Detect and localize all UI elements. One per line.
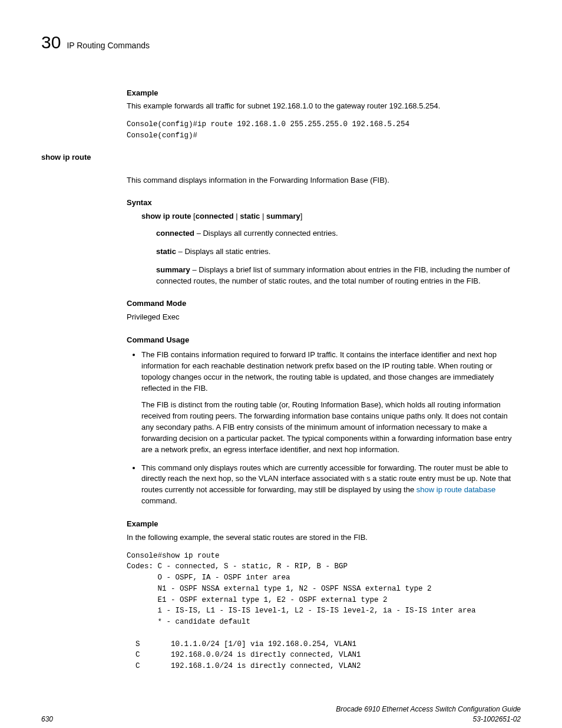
footer-right: Brocade 6910 Ethernet Access Switch Conf… xyxy=(336,704,521,725)
usage-list: The FIB contains information required to… xyxy=(127,350,521,507)
doc-title: Brocade 6910 Ethernet Access Switch Conf… xyxy=(336,704,521,714)
option-desc: – Displays all static entries. xyxy=(176,247,270,256)
option-desc: – Displays a brief list of summary infor… xyxy=(156,265,510,285)
list-item: The FIB contains information required to… xyxy=(141,350,521,456)
syntax-option: static – Displays all static entries. xyxy=(156,246,521,258)
cross-reference-link[interactable]: show ip route database xyxy=(416,485,495,494)
syntax-option: summary – Displays a brief list of summa… xyxy=(156,265,521,287)
example-text: In the following example, the several st… xyxy=(127,532,521,543)
example-heading: Example xyxy=(127,88,521,99)
syntax-opt: summary xyxy=(266,212,300,220)
usage-text: The FIB contains information required to… xyxy=(141,350,497,393)
main-content: Example This example forwards all traffi… xyxy=(127,88,521,672)
option-name: connected xyxy=(156,229,194,238)
syntax-text: [ xyxy=(191,212,196,220)
mode-heading: Command Mode xyxy=(127,298,521,309)
page-header: 30 IP Routing Commands xyxy=(41,29,521,55)
option-desc: – Displays all currently connected entri… xyxy=(194,229,338,238)
syntax-option: connected – Displays all currently conne… xyxy=(156,228,521,239)
example-text: This example forwards all traffic for su… xyxy=(127,101,521,112)
command-title: show ip route xyxy=(41,152,521,163)
page-footer: 630 Brocade 6910 Ethernet Access Switch … xyxy=(41,704,521,725)
syntax-opt: static xyxy=(240,212,260,220)
syntax-cmd: show ip route xyxy=(141,212,191,220)
option-name: static xyxy=(156,247,176,256)
syntax-block: show ip route [connected | static | summ… xyxy=(141,211,521,286)
command-description: This command displays information in the… xyxy=(127,175,521,186)
syntax-text: ] xyxy=(300,212,303,220)
syntax-line: show ip route [connected | static | summ… xyxy=(141,211,521,222)
list-item: This command only displays routes which … xyxy=(141,463,521,507)
usage-text: command. xyxy=(141,496,177,505)
syntax-text: | xyxy=(234,212,240,220)
page-number: 630 xyxy=(41,714,53,724)
usage-text: The FIB is distinct from the routing tab… xyxy=(141,400,521,455)
code-block: Console(config)#ip route 192.168.1.0 255… xyxy=(127,119,521,141)
syntax-text: | xyxy=(260,212,266,220)
doc-number: 53-1002651-02 xyxy=(336,714,521,724)
chapter-number: 30 xyxy=(41,29,61,55)
chapter-title: IP Routing Commands xyxy=(67,39,150,51)
mode-text: Privileged Exec xyxy=(127,312,521,323)
syntax-heading: Syntax xyxy=(127,197,521,209)
usage-heading: Command Usage xyxy=(127,335,521,346)
example-heading: Example xyxy=(127,519,521,530)
option-name: summary xyxy=(156,265,190,274)
code-block: Console#show ip route Codes: C - connect… xyxy=(127,551,521,672)
syntax-opt: connected xyxy=(196,212,234,220)
